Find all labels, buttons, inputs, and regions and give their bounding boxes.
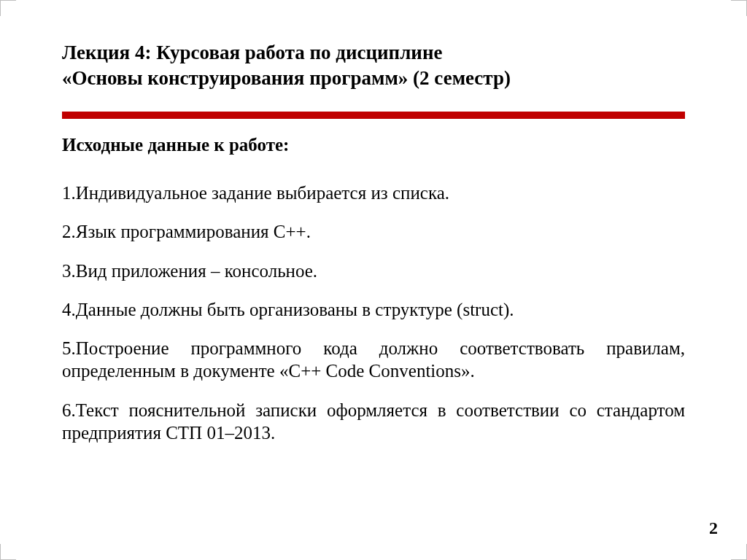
corner-mark-tr (731, 0, 747, 16)
slide-title-line1: Лекция 4: Курсовая работа по дисциплине (62, 40, 685, 66)
slide-title-line2: «Основы конструирования программ» (2 сем… (62, 66, 685, 91)
corner-mark-br (731, 544, 747, 560)
list-item: 3.Вид приложения – консольное. (62, 260, 685, 282)
corner-mark-tl (0, 0, 16, 16)
slide: Лекция 4: Курсовая работа по дисциплине … (0, 0, 747, 560)
list-item: 5.Построение программного кода должно со… (62, 337, 685, 383)
list-item: 1.Индивидуальное задание выбирается из с… (62, 182, 685, 204)
list-item: 6.Текст пояснительной записки оформляетс… (62, 399, 685, 445)
list-item: 4.Данные должны быть организованы в стру… (62, 298, 685, 321)
section-heading: Исходные данные к работе: (62, 135, 685, 155)
slide-title: Лекция 4: Курсовая работа по дисциплине … (62, 40, 685, 91)
requirements-list: 1.Индивидуальное задание выбирается из с… (62, 182, 685, 444)
corner-mark-bl (0, 544, 16, 560)
list-item: 2.Язык программирования С++. (62, 220, 685, 243)
page-number: 2 (709, 518, 718, 538)
divider-rule (62, 112, 685, 119)
